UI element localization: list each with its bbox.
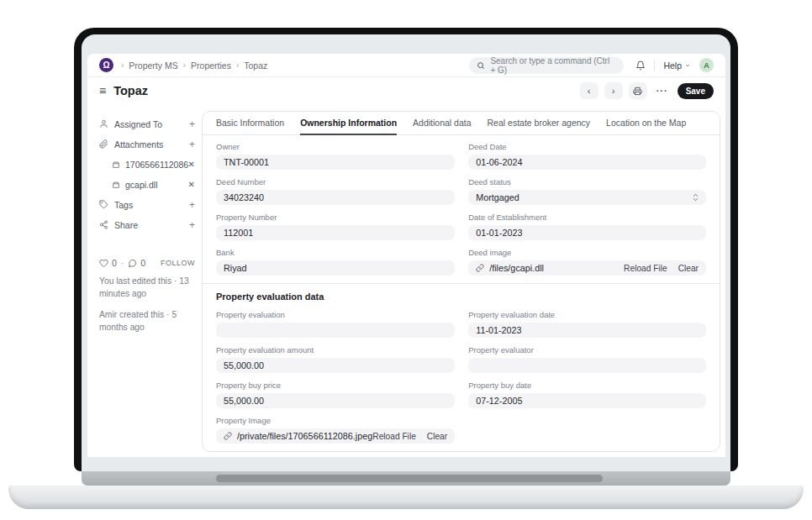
remove-attachment-icon[interactable]: ✕: [188, 160, 195, 169]
help-menu[interactable]: Help: [663, 60, 691, 71]
deed-status-label: Deed status: [468, 177, 706, 186]
clear-file-button[interactable]: Clear: [427, 432, 447, 441]
field-property-image: Property Image /private/files/1706566112…: [216, 416, 455, 444]
reload-file-button[interactable]: Reload File: [624, 264, 667, 273]
property-evaluation-amount-input[interactable]: [216, 358, 455, 373]
created-note: Amir created this · 5 months ago: [99, 309, 195, 334]
field-deed-image: Deed image /files/gcapi.dll Reload File …: [468, 248, 706, 276]
property-buy-date-input[interactable]: [468, 393, 706, 408]
app-logo[interactable]: Ω: [99, 58, 113, 72]
notification-bell-icon[interactable]: [635, 60, 646, 71]
tab-location-on-the-map[interactable]: Location on the Map: [606, 112, 686, 135]
laptop-screen: Ω › Property MS › Properties › Topaz Sea…: [82, 34, 730, 471]
deed-image-path[interactable]: /files/gcapi.dll: [489, 263, 544, 273]
field-bank: Bank: [216, 248, 455, 276]
page-title: Topaz: [113, 84, 148, 97]
page-header: ≡ Topaz ‹ › ··· Save: [87, 77, 725, 104]
attachments-label: Attachments: [114, 139, 163, 150]
property-number-input[interactable]: [216, 225, 455, 240]
tab-ownership-information[interactable]: Ownership Information: [300, 112, 397, 135]
chevron-right-icon: ›: [236, 60, 239, 70]
sidebar-toggle-icon[interactable]: ≡: [99, 85, 106, 97]
breadcrumb-property-ms[interactable]: Property MS: [129, 60, 177, 71]
owner-input[interactable]: [216, 155, 455, 170]
printer-icon: [633, 87, 642, 96]
more-actions-button[interactable]: ···: [653, 82, 672, 99]
tab-bar: Basic Information Ownership Information …: [203, 112, 720, 135]
clear-file-button[interactable]: Clear: [678, 264, 699, 273]
follow-button[interactable]: FOLLOW: [161, 259, 195, 267]
field-deed-number: Deed Number: [216, 177, 455, 205]
property-image-file-control[interactable]: /private/files/1706566112086.jpeg Reload…: [216, 428, 455, 444]
property-image-path[interactable]: /private/files/1706566112086.jpeg: [237, 431, 372, 441]
search-input[interactable]: Search or type a command (Ctrl + G): [469, 57, 624, 74]
tag-icon: [99, 200, 108, 209]
bank-input[interactable]: [216, 260, 455, 276]
property-buy-price-input[interactable]: [216, 393, 455, 408]
property-evaluator-input[interactable]: [468, 358, 706, 373]
deed-date-input[interactable]: [468, 155, 706, 170]
attachment-name[interactable]: gcapi.dll: [125, 180, 158, 190]
comment-icon[interactable]: [128, 259, 137, 268]
remove-attachment-icon[interactable]: ✕: [188, 180, 195, 189]
share-label: Share: [114, 220, 138, 230]
breadcrumb-properties[interactable]: Properties: [191, 60, 231, 71]
reload-file-button[interactable]: Reload File: [372, 432, 416, 441]
attachment-item[interactable]: gcapi.dll ✕: [99, 176, 195, 192]
tab-basic-information[interactable]: Basic Information: [216, 112, 284, 135]
laptop-screen-bezel: Ω › Property MS › Properties › Topaz Sea…: [74, 28, 738, 471]
deed-date-label: Deed Date: [468, 142, 706, 151]
attachment-name[interactable]: 1706566112086.j: [125, 160, 188, 170]
avatar[interactable]: A: [699, 58, 714, 72]
navbar: Ω › Property MS › Properties › Topaz Sea…: [87, 54, 725, 77]
bank-label: Bank: [216, 248, 455, 257]
chevron-right-icon: ›: [121, 60, 124, 70]
sidebar-item-attachments[interactable]: Attachments +: [99, 136, 195, 152]
add-assignment-button[interactable]: +: [189, 119, 195, 129]
form-card: Basic Information Ownership Information …: [202, 111, 720, 452]
field-property-evaluation: Property evaluation: [216, 310, 455, 338]
sidebar-item-share[interactable]: Share +: [99, 217, 195, 233]
sidebar-item-tags[interactable]: Tags +: [99, 197, 195, 213]
add-share-button[interactable]: +: [189, 220, 195, 230]
paperclip-icon: [99, 139, 108, 149]
search-icon: [477, 61, 485, 70]
property-number-label: Property Number: [216, 213, 455, 222]
deed-status-select[interactable]: Mortgaged: [468, 190, 706, 205]
help-label: Help: [663, 60, 682, 71]
select-arrows-icon: [693, 193, 699, 202]
tab-additional-data[interactable]: Additional data: [413, 112, 471, 135]
property-evaluation-date-input[interactable]: [468, 323, 706, 338]
tags-label: Tags: [114, 200, 133, 210]
heart-icon[interactable]: [99, 259, 108, 268]
print-button[interactable]: [629, 82, 647, 99]
prev-record-button[interactable]: ‹: [580, 82, 598, 99]
last-edited-note: You last edited this · 13 minutes ago: [99, 276, 195, 301]
chevron-right-icon: ›: [183, 60, 186, 70]
add-attachment-button[interactable]: +: [189, 139, 195, 150]
app-window: Ω › Property MS › Properties › Topaz Sea…: [87, 54, 725, 457]
property-buy-date-label: Property buy date: [468, 381, 706, 390]
user-icon: [99, 119, 108, 129]
property-evaluator-label: Property evaluator: [468, 345, 706, 355]
field-deed-status: Deed status Mortgaged: [468, 177, 706, 205]
tab-real-estate-broker-agency[interactable]: Real estate broker agency: [488, 112, 591, 135]
deed-number-input[interactable]: [216, 190, 455, 205]
next-record-button[interactable]: ›: [604, 82, 623, 99]
sidebar-item-assigned-to[interactable]: Assigned To +: [99, 116, 195, 132]
owner-label: Owner: [216, 142, 455, 151]
property-buy-price-label: Property buy price: [216, 381, 455, 390]
save-button[interactable]: Save: [678, 83, 714, 99]
file-box-icon: [112, 160, 120, 169]
like-count: 0: [112, 258, 117, 268]
property-evaluation-input[interactable]: [216, 323, 455, 338]
breadcrumb-topaz[interactable]: Topaz: [244, 60, 267, 71]
field-date-of-establishment: Date of Establishment: [468, 213, 706, 240]
date-of-establishment-input[interactable]: [468, 225, 706, 240]
add-tag-button[interactable]: +: [189, 200, 195, 210]
main-content: Basic Information Ownership Information …: [202, 104, 725, 457]
share-icon: [99, 220, 108, 229]
attachment-item[interactable]: 1706566112086.j ✕: [99, 156, 195, 172]
deed-image-file-control[interactable]: /files/gcapi.dll Reload File Clear: [468, 260, 706, 276]
section-title: Property evaluation data: [216, 292, 706, 302]
